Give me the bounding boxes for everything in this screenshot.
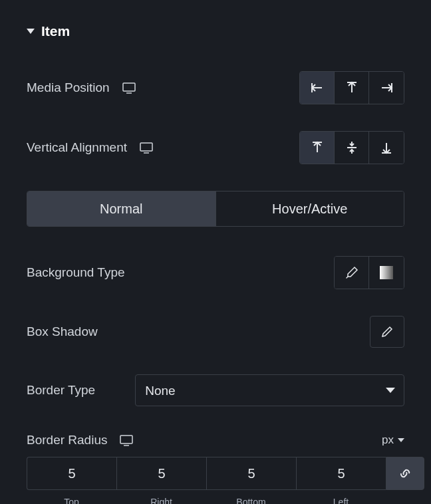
link-icon (398, 467, 412, 480)
radius-right-label: Right (150, 497, 172, 504)
border-radius-unit-select[interactable]: px (382, 434, 404, 447)
box-shadow-row: Box Shadow (27, 316, 404, 348)
link-spacer (404, 497, 406, 504)
background-type-label: Background Type (27, 265, 125, 280)
collapse-toggle-icon[interactable] (27, 29, 35, 34)
vertical-align-top[interactable] (300, 132, 335, 164)
vertical-align-bottom[interactable] (369, 132, 404, 164)
responsive-device-icon[interactable] (122, 82, 136, 94)
tab-normal[interactable]: Normal (27, 191, 216, 226)
section-header[interactable]: Item (27, 23, 404, 39)
svg-rect-8 (140, 143, 152, 151)
unit-label: px (382, 434, 394, 447)
responsive-device-icon[interactable] (119, 434, 134, 446)
valign-middle-icon (345, 140, 359, 155)
box-shadow-edit-button[interactable] (370, 316, 404, 348)
link-values-button[interactable] (386, 457, 424, 490)
radius-left-label: Left (333, 497, 349, 504)
media-position-right[interactable] (369, 72, 404, 104)
border-type-label: Border Type (27, 383, 95, 398)
responsive-device-icon[interactable] (139, 142, 154, 154)
svg-rect-0 (123, 83, 135, 91)
border-type-row: Border Type None (27, 374, 404, 406)
gradient-icon (380, 266, 393, 279)
media-position-left[interactable] (300, 72, 335, 104)
align-top-icon (345, 80, 359, 95)
background-type-row: Background Type (27, 256, 404, 289)
border-radius-label-group: Border Radius (27, 433, 134, 447)
section-title: Item (41, 23, 70, 39)
border-type-select[interactable]: None (135, 374, 404, 406)
radius-top-input[interactable] (27, 457, 116, 490)
radius-link-wrap (386, 457, 424, 504)
align-right-icon (379, 81, 394, 94)
radius-bottom-label: Bottom (236, 497, 265, 504)
background-type-controls (334, 256, 404, 289)
vertical-align-middle[interactable] (335, 132, 369, 164)
border-radius-row: Border Radius px (27, 433, 404, 447)
background-classic-button[interactable] (335, 257, 369, 289)
valign-bottom-icon (380, 140, 393, 155)
radius-bottom-wrap: Bottom (206, 457, 296, 504)
media-position-controls (299, 71, 404, 104)
vertical-alignment-row: Vertical Alignment (27, 131, 404, 164)
radius-top-wrap: Top (27, 457, 116, 504)
radius-right-wrap: Right (116, 457, 206, 504)
box-shadow-label: Box Shadow (27, 324, 98, 339)
border-type-select-wrap: None (135, 374, 404, 406)
valign-top-icon (311, 140, 324, 155)
media-position-top[interactable] (335, 72, 369, 104)
media-position-label-group: Media Position (27, 80, 136, 95)
vertical-alignment-label: Vertical Alignment (27, 140, 127, 155)
chevron-down-icon (398, 438, 404, 442)
state-tabs: Normal Hover/Active (27, 191, 404, 227)
radius-left-input[interactable] (296, 457, 386, 490)
media-position-label: Media Position (27, 80, 110, 95)
brush-icon (345, 266, 359, 279)
tab-hover-active[interactable]: Hover/Active (216, 191, 404, 226)
vertical-alignment-label-group: Vertical Alignment (27, 140, 154, 155)
vertical-alignment-controls (299, 131, 404, 164)
border-radius-inputs: Top Right Bottom Left (27, 457, 404, 504)
border-radius-label: Border Radius (27, 433, 107, 447)
radius-bottom-input[interactable] (206, 457, 296, 490)
radius-top-label: Top (64, 497, 79, 504)
pencil-icon (380, 325, 394, 338)
radius-left-wrap: Left (296, 457, 386, 504)
align-left-icon (310, 81, 325, 94)
media-position-row: Media Position (27, 71, 404, 104)
radius-right-input[interactable] (116, 457, 206, 490)
svg-rect-17 (120, 436, 132, 443)
background-gradient-button[interactable] (369, 257, 404, 289)
